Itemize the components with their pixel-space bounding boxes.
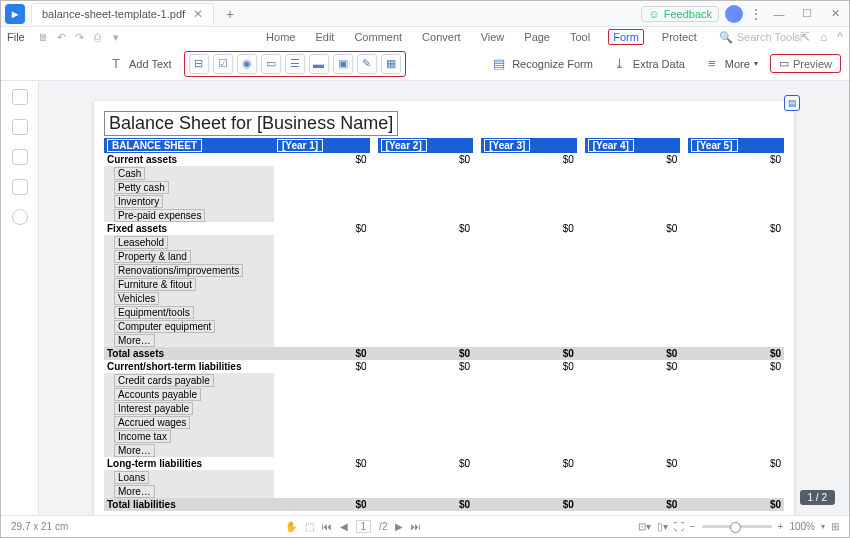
cell-value[interactable]	[274, 277, 370, 291]
cell-value[interactable]	[688, 305, 784, 319]
cell-value[interactable]	[688, 484, 784, 498]
cell-value[interactable]	[378, 249, 474, 263]
cell-value[interactable]	[274, 263, 370, 277]
row-label[interactable]: Credit cards payable	[104, 373, 274, 387]
cell-value[interactable]: $0	[585, 498, 681, 511]
prev-page-button[interactable]: ◀	[340, 521, 348, 532]
cell-value[interactable]	[585, 277, 681, 291]
select-tool-icon[interactable]: ⬚	[305, 521, 314, 532]
cell-value[interactable]: $0	[481, 360, 577, 373]
layers-icon[interactable]	[12, 179, 28, 195]
view-mode-icon[interactable]: ⊞	[831, 521, 839, 532]
cell-value[interactable]	[688, 166, 784, 180]
cell-value[interactable]	[274, 208, 370, 222]
cell-value[interactable]	[585, 333, 681, 347]
cell-value[interactable]	[481, 263, 577, 277]
cell-value[interactable]	[585, 208, 681, 222]
cell-value[interactable]	[585, 387, 681, 401]
next-page-button[interactable]: ▶	[395, 521, 403, 532]
last-page-button[interactable]: ⏭	[411, 521, 421, 532]
maximize-button[interactable]: ☐	[793, 1, 821, 27]
cell-value[interactable]	[688, 401, 784, 415]
zoom-out-button[interactable]: −	[690, 521, 696, 532]
cell-value[interactable]	[481, 443, 577, 457]
combobox-icon[interactable]: ▭	[261, 54, 281, 74]
cell-value[interactable]	[481, 305, 577, 319]
row-label[interactable]: Property & land	[104, 249, 274, 263]
cell-value[interactable]: $0	[585, 457, 681, 470]
redo-icon[interactable]: ↷	[73, 30, 87, 44]
cell-value[interactable]	[585, 429, 681, 443]
cell-value[interactable]: $0	[688, 222, 784, 235]
single-page-icon[interactable]: ▯▾	[657, 521, 668, 532]
cell-value[interactable]	[378, 180, 474, 194]
row-label[interactable]: Pre-paid expenses	[104, 208, 274, 222]
cell-value[interactable]: $0	[378, 222, 474, 235]
textfield-icon[interactable]: ⊟	[189, 54, 209, 74]
cell-value[interactable]	[481, 194, 577, 208]
signature-icon[interactable]: ✎	[357, 54, 377, 74]
fit-width-icon[interactable]: ⊡▾	[638, 521, 651, 532]
cell-value[interactable]: $0	[274, 347, 370, 360]
cell-value[interactable]	[378, 373, 474, 387]
collapse-ribbon-icon[interactable]: ^	[837, 30, 843, 44]
cell-value[interactable]	[274, 443, 370, 457]
bookmarks-icon[interactable]	[12, 119, 28, 135]
attachments-icon[interactable]	[12, 149, 28, 165]
cell-value[interactable]	[378, 305, 474, 319]
cell-value[interactable]	[688, 277, 784, 291]
row-label[interactable]: Income tax	[104, 429, 274, 443]
pin-icon[interactable]: ▾	[109, 30, 123, 44]
cell-value[interactable]	[274, 401, 370, 415]
cell-value[interactable]: $0	[378, 153, 474, 166]
row-label[interactable]: Interest payable	[104, 401, 274, 415]
more-menu-icon[interactable]: ⋮	[749, 6, 763, 22]
tab-convert[interactable]: Convert	[420, 29, 463, 45]
cell-value[interactable]	[585, 319, 681, 333]
recognize-form-button[interactable]: ▤ Recognize Form	[484, 52, 599, 76]
cell-value[interactable]	[378, 429, 474, 443]
more-button[interactable]: ≡ More▾	[697, 52, 764, 76]
first-page-button[interactable]: ⏮	[322, 521, 332, 532]
cell-value[interactable]	[481, 484, 577, 498]
cloud-icon[interactable]: ⌂	[820, 30, 827, 44]
undo-icon[interactable]: ↶	[55, 30, 69, 44]
cell-value[interactable]: $0	[585, 153, 681, 166]
row-label[interactable]: More…	[104, 443, 274, 457]
cell-value[interactable]	[688, 319, 784, 333]
cell-value[interactable]: $0	[481, 153, 577, 166]
cell-value[interactable]: $0	[378, 498, 474, 511]
cell-value[interactable]	[585, 235, 681, 249]
cell-value[interactable]: $0	[274, 457, 370, 470]
cell-value[interactable]	[378, 291, 474, 305]
cell-value[interactable]: $0	[585, 360, 681, 373]
row-label[interactable]: Cash	[104, 166, 274, 180]
cell-value[interactable]: $0	[274, 498, 370, 511]
radio-icon[interactable]: ◉	[237, 54, 257, 74]
cell-value[interactable]: $0	[585, 347, 681, 360]
tab-view[interactable]: View	[479, 29, 507, 45]
cell-value[interactable]	[585, 194, 681, 208]
cell-value[interactable]	[481, 291, 577, 305]
cell-value[interactable]	[585, 166, 681, 180]
cell-value[interactable]	[378, 333, 474, 347]
cell-value[interactable]	[378, 208, 474, 222]
thumbnails-icon[interactable]	[12, 89, 28, 105]
cell-value[interactable]	[481, 401, 577, 415]
cell-value[interactable]	[688, 249, 784, 263]
cell-value[interactable]	[274, 194, 370, 208]
cell-value[interactable]	[378, 401, 474, 415]
zoom-level[interactable]: 100%	[789, 521, 815, 532]
row-label[interactable]: Renovations/improvements	[104, 263, 274, 277]
cell-value[interactable]	[378, 415, 474, 429]
button-field-icon[interactable]: ▬	[309, 54, 329, 74]
row-label[interactable]: Computer equipment	[104, 319, 274, 333]
cell-value[interactable]	[481, 208, 577, 222]
cell-value[interactable]	[688, 387, 784, 401]
print-icon[interactable]: ⎙	[91, 30, 105, 44]
cell-value[interactable]	[481, 333, 577, 347]
cell-value[interactable]	[274, 249, 370, 263]
cell-value[interactable]	[585, 180, 681, 194]
cell-value[interactable]	[274, 373, 370, 387]
cell-value[interactable]	[585, 305, 681, 319]
